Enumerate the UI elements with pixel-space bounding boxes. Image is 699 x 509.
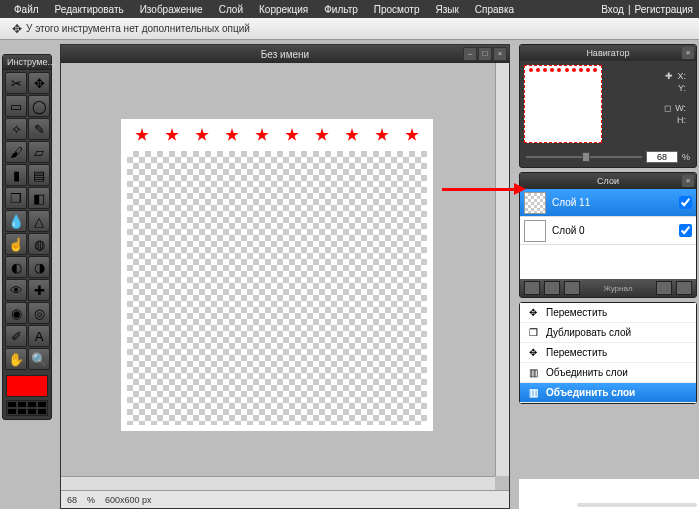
toolbox-panel: Инструме... ✂✥▭◯✧✎🖌▱▮▤❐◧💧△☝◍◐◑👁✚◉◎✐A✋🔍 xyxy=(2,54,52,420)
layers-close-icon[interactable]: × xyxy=(682,175,694,187)
context-menu-item[interactable]: ✥Переместить xyxy=(520,303,696,323)
layers-panel: Слои× Слой 11Слой 0 Журнал xyxy=(519,172,697,298)
context-menu-item[interactable]: ▥Объединить слои xyxy=(520,363,696,383)
menu-file[interactable]: Файл xyxy=(6,2,47,17)
tool-marquee[interactable]: ▭ xyxy=(5,95,27,117)
tool-spotheal[interactable]: ✚ xyxy=(28,279,50,301)
zoom-unit: % xyxy=(87,495,95,505)
menu-layer[interactable]: Слой xyxy=(211,2,251,17)
layer-content-stars xyxy=(127,125,427,145)
layer-options-button[interactable] xyxy=(656,281,672,295)
color-swatches[interactable] xyxy=(6,400,48,416)
tool-crop[interactable]: ✂ xyxy=(5,72,27,94)
page-corner-decoration xyxy=(519,479,699,509)
context-item-icon: ❐ xyxy=(526,327,540,338)
document-window: Без имени – □ × 68 % 600x600 px xyxy=(60,44,510,509)
annotation-arrow xyxy=(442,188,522,191)
menu-adjust[interactable]: Коррекция xyxy=(251,2,316,17)
menu-image[interactable]: Изображение xyxy=(132,2,211,17)
navigator-panel: Навигатор× ✚X: Y: ◻W: H: % xyxy=(519,44,697,168)
context-item-icon: ▥ xyxy=(526,367,540,378)
layers-title: Слои xyxy=(597,176,619,186)
menu-lang[interactable]: Язык xyxy=(427,2,466,17)
new-layer-button[interactable] xyxy=(524,281,540,295)
menu-help[interactable]: Справка xyxy=(467,2,522,17)
navigator-info: ✚X: Y: ◻W: H: xyxy=(602,65,692,143)
cross-icon: ✚ xyxy=(665,71,673,81)
tool-gradient[interactable]: ▤ xyxy=(28,164,50,186)
register-link[interactable]: Регистрация xyxy=(635,4,693,15)
transparency-checker xyxy=(127,151,427,425)
context-menu-item[interactable]: ❐Дублировать слой xyxy=(520,323,696,343)
context-item-label: Объединить слои xyxy=(546,387,635,398)
document-statusbar: 68 % 600x600 px xyxy=(61,490,509,508)
horizontal-scrollbar[interactable] xyxy=(61,476,495,490)
context-item-icon: ✥ xyxy=(526,347,540,358)
layer-row[interactable]: Слой 11 xyxy=(520,189,696,217)
tool-clone[interactable]: ❐ xyxy=(5,187,27,209)
layer-mask-button[interactable] xyxy=(544,281,560,295)
tool-lasso[interactable]: ◯ xyxy=(28,95,50,117)
close-button[interactable]: × xyxy=(493,47,507,61)
vertical-scrollbar[interactable] xyxy=(495,63,509,476)
navigator-close-icon[interactable]: × xyxy=(682,47,694,59)
zoom-percent-label: % xyxy=(682,152,690,162)
tool-sharpen[interactable]: △ xyxy=(28,210,50,232)
zoom-value: 68 xyxy=(67,495,77,505)
layer-row[interactable]: Слой 0 xyxy=(520,217,696,245)
tool-redeye[interactable]: 👁 xyxy=(5,279,27,301)
options-bar: ✥ У этого инструмента нет дополнительных… xyxy=(0,18,699,40)
tool-pencil[interactable]: ✎ xyxy=(28,118,50,140)
tool-hand[interactable]: ✋ xyxy=(5,348,27,370)
tool-blur[interactable]: 💧 xyxy=(5,210,27,232)
delete-layer-button[interactable] xyxy=(564,281,580,295)
history-tab-label[interactable]: Журнал xyxy=(584,284,652,293)
tool-eraser[interactable]: ▱ xyxy=(28,141,50,163)
tool-bucket[interactable]: ▮ xyxy=(5,164,27,186)
menu-edit[interactable]: Редактировать xyxy=(47,2,132,17)
tool-type[interactable]: A xyxy=(28,325,50,347)
minimize-button[interactable]: – xyxy=(463,47,477,61)
zoom-input[interactable] xyxy=(646,151,678,163)
layer-thumbnail xyxy=(524,220,546,242)
tool-colorReplace[interactable]: ◧ xyxy=(28,187,50,209)
layer-visibility-checkbox[interactable] xyxy=(679,224,692,237)
zoom-slider[interactable] xyxy=(526,156,642,158)
login-link[interactable]: Вход xyxy=(601,4,624,15)
context-item-label: Переместить xyxy=(546,307,607,318)
tool-bloat[interactable]: ◉ xyxy=(5,302,27,324)
tool-pinch[interactable]: ◎ xyxy=(28,302,50,324)
canvas-viewport[interactable] xyxy=(61,63,495,476)
trash-button[interactable] xyxy=(676,281,692,295)
foreground-color-swatch[interactable] xyxy=(6,375,48,397)
tool-burn[interactable]: ◑ xyxy=(28,256,50,278)
context-menu-item[interactable]: ✥Переместить xyxy=(520,343,696,363)
tool-zoom[interactable]: 🔍 xyxy=(28,348,50,370)
document-title: Без имени xyxy=(261,49,309,60)
options-text: У этого инструмента нет дополнительных о… xyxy=(26,23,250,34)
tool-smudge[interactable]: ☝ xyxy=(5,233,27,255)
context-item-label: Объединить слои xyxy=(546,367,628,378)
layer-visibility-checkbox[interactable] xyxy=(679,196,692,209)
navigator-thumbnail[interactable] xyxy=(524,65,602,143)
maximize-button[interactable]: □ xyxy=(478,47,492,61)
context-menu-panel: ✥Переместить❐Дублировать слой✥Переместит… xyxy=(519,302,697,404)
tool-picker[interactable]: ✐ xyxy=(5,325,27,347)
tool-brush[interactable]: 🖌 xyxy=(5,141,27,163)
tool-wand[interactable]: ✧ xyxy=(5,118,27,140)
document-titlebar[interactable]: Без имени – □ × xyxy=(61,45,509,63)
tool-move[interactable]: ✥ xyxy=(28,72,50,94)
size-icon: ◻ xyxy=(664,103,671,113)
layer-name: Слой 0 xyxy=(552,225,585,236)
navigator-title: Навигатор xyxy=(586,48,629,58)
canvas[interactable] xyxy=(121,119,433,431)
move-tool-icon: ✥ xyxy=(8,22,26,36)
context-menu-item[interactable]: ▥Объединить слои xyxy=(520,383,696,403)
tool-sponge[interactable]: ◍ xyxy=(28,233,50,255)
menu-filter[interactable]: Фильтр xyxy=(316,2,366,17)
menubar: Файл Редактировать Изображение Слой Корр… xyxy=(0,0,699,18)
menu-view[interactable]: Просмотр xyxy=(366,2,428,17)
context-item-label: Дублировать слой xyxy=(546,327,631,338)
tool-dodge[interactable]: ◐ xyxy=(5,256,27,278)
context-item-icon: ✥ xyxy=(526,307,540,318)
